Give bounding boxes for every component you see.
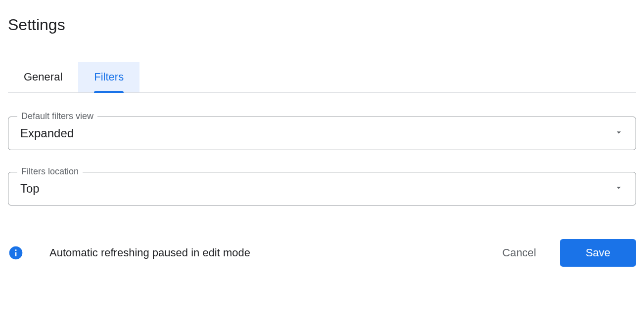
- footer-bar: Automatic refreshing paused in edit mode…: [8, 227, 636, 279]
- tab-filters[interactable]: Filters: [78, 62, 139, 92]
- save-button[interactable]: Save: [560, 239, 636, 267]
- cancel-button[interactable]: Cancel: [487, 239, 552, 267]
- filters-location-select[interactable]: Filters location Top: [8, 172, 636, 205]
- chevron-down-icon: [614, 183, 624, 195]
- settings-panel: Settings General Filters Default filters…: [0, 0, 644, 279]
- page-title: Settings: [8, 16, 636, 34]
- form-area: Default filters view Expanded Filters lo…: [8, 93, 636, 205]
- field-value: Expanded: [20, 126, 614, 140]
- field-label: Filters location: [17, 166, 83, 177]
- field-value: Top: [20, 182, 614, 196]
- field-label: Default filters view: [17, 111, 97, 122]
- info-icon: [8, 245, 24, 261]
- chevron-down-icon: [614, 127, 624, 139]
- default-filters-view-select[interactable]: Default filters view Expanded: [8, 117, 636, 150]
- tab-general[interactable]: General: [8, 62, 78, 92]
- tabs: General Filters: [8, 62, 636, 93]
- status-text: Automatic refreshing paused in edit mode: [49, 246, 479, 259]
